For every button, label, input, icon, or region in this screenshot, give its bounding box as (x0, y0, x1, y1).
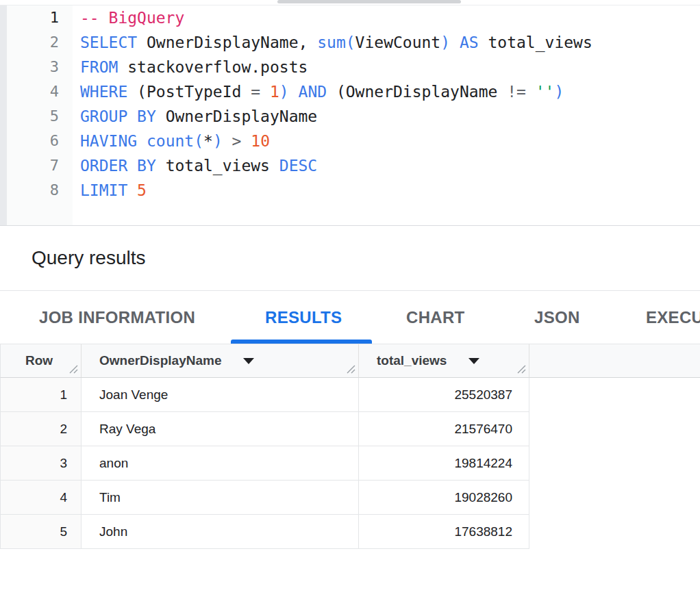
code-token-op: > (223, 132, 251, 150)
column-resize-handle[interactable] (346, 364, 356, 374)
code-line[interactable]: FROM stackoverflow.posts (80, 55, 700, 79)
code-line[interactable]: LIMIT 5 (80, 178, 700, 203)
code-token-kw: AND (289, 83, 327, 101)
editor-body: 12345678 -- BigQuerySELECT OwnerDisplayN… (0, 5, 700, 226)
editor-left-margin (0, 5, 7, 225)
code-token-id: stackoverflow.posts (118, 58, 308, 76)
code-line[interactable]: -- BigQuery (80, 5, 700, 30)
horizontal-scrollbar-thumb[interactable] (277, 0, 461, 3)
code-token-cm: -- BigQuery (80, 9, 184, 27)
code-line[interactable]: HAVING count(*) > 10 (80, 129, 700, 153)
tab-chart[interactable]: CHART (406, 291, 465, 344)
sort-dropdown-icon[interactable] (468, 358, 479, 364)
code-token-op: = (251, 83, 270, 101)
code-line[interactable]: WHERE (PostTypeId = 1) AND (OwnerDisplay… (80, 79, 700, 104)
tab-json[interactable]: JSON (534, 291, 580, 344)
code-token-kw: LIMIT (80, 181, 137, 199)
code-token-id: total_views (156, 157, 270, 175)
line-number: 6 (7, 129, 73, 153)
table-body: 1Joan Venge255203872Ray Vega215764703ano… (0, 378, 529, 549)
table-row: 3anon19814224 (1, 446, 529, 481)
code-token-kw: ) (554, 83, 564, 101)
code-line[interactable]: SELECT OwnerDisplayName, sum(ViewCount) … (80, 30, 700, 55)
code-token-num: 10 (251, 132, 270, 150)
owner-display-name-cell: Joan Venge (82, 378, 359, 411)
code-token-kw: DESC (270, 157, 317, 175)
code-line[interactable]: ORDER BY total_views DESC (80, 153, 700, 178)
row-number-cell: 1 (1, 378, 82, 411)
code-token-id: OwnerDisplayName (156, 107, 317, 125)
code-line[interactable]: GROUP BY OwnerDisplayName (80, 104, 700, 129)
query-results-header: Query results (0, 226, 700, 291)
row-number-cell: 3 (1, 446, 82, 480)
table-header-row: Row OwnerDisplayName total_views (0, 344, 700, 378)
line-number: 4 (7, 79, 73, 104)
tab-execution-details[interactable]: EXECUTION DETAILS (646, 291, 700, 344)
line-number: 5 (7, 104, 73, 129)
editor-top-strip (0, 0, 700, 5)
code-token-kw: ) AS (440, 34, 478, 51)
total-views-cell: 25520387 (359, 378, 529, 411)
code-token-kw: GROUP BY (80, 107, 156, 125)
active-tab-indicator (231, 340, 372, 344)
owner-display-name-cell: Ray Vega (82, 412, 359, 446)
line-number: 8 (7, 178, 73, 203)
code-token-kw: ) (213, 132, 223, 150)
bigquery-results-panel: 12345678 -- BigQuerySELECT OwnerDisplayN… (0, 0, 700, 601)
code-token-id: * (203, 132, 213, 150)
row-number-cell: 4 (1, 481, 82, 514)
code-editor[interactable]: -- BigQuerySELECT OwnerDisplayName, sum(… (73, 5, 700, 225)
table-row: 2Ray Vega21576470 (1, 412, 529, 446)
line-number: 2 (7, 30, 73, 55)
total-views-cell: 21576470 (359, 412, 529, 446)
sort-dropdown-icon[interactable] (243, 358, 254, 364)
code-token-kw: FROM (80, 58, 118, 76)
column-header-empty (529, 344, 700, 377)
column-header-ownerdisplayname: OwnerDisplayName (82, 344, 359, 377)
code-token-num: 5 (137, 181, 147, 199)
code-token-id: ViewCount (355, 34, 441, 51)
owner-display-name-cell: John (82, 515, 359, 548)
row-number-cell: 5 (1, 515, 82, 548)
column-resize-handle[interactable] (516, 364, 527, 374)
code-token-id: (PostTypeId (127, 83, 251, 101)
owner-display-name-cell: anon (82, 446, 359, 480)
total-views-cell: 19814224 (359, 446, 529, 480)
tab-results[interactable]: RESULTS (265, 291, 342, 344)
page-title: Query results (32, 247, 146, 269)
code-token-kw: ) (279, 83, 289, 101)
code-token-kw: count( (147, 132, 203, 150)
total-views-cell: 19028260 (359, 481, 529, 514)
column-resize-handle[interactable] (68, 364, 79, 374)
code-token-str: '' (536, 83, 555, 101)
code-token-kw: WHERE (80, 83, 127, 101)
table-row: 5John17638812 (1, 515, 529, 549)
results-table: Row OwnerDisplayName total_views (0, 344, 700, 549)
line-number: 7 (7, 153, 73, 178)
tab-job-information[interactable]: JOB INFORMATION (39, 291, 195, 344)
table-row: 1Joan Venge25520387 (1, 378, 529, 412)
code-token-kw: sum( (317, 34, 355, 51)
code-token-op: != (507, 83, 536, 101)
line-number: 1 (7, 5, 73, 30)
column-header-row: Row (1, 344, 82, 377)
code-token-id: total_views (479, 34, 592, 51)
line-number-gutter: 12345678 (7, 5, 73, 225)
code-token-kw: ORDER BY (80, 157, 156, 175)
row-number-cell: 2 (1, 412, 82, 446)
total-views-cell: 17638812 (359, 515, 529, 548)
sql-editor: 12345678 -- BigQuerySELECT OwnerDisplayN… (0, 0, 700, 226)
owner-display-name-cell: Tim (82, 481, 359, 514)
table-row: 4Tim19028260 (1, 481, 529, 515)
results-tabs: JOB INFORMATION RESULTS CHART JSON EXECU… (0, 291, 700, 344)
code-token-kw: HAVING (80, 132, 147, 150)
code-token-kw: SELECT (80, 34, 137, 51)
code-token-num: 1 (270, 83, 279, 101)
line-number: 3 (7, 55, 73, 79)
column-header-total-views: total_views (359, 344, 529, 377)
code-token-id: OwnerDisplayName, (137, 34, 317, 51)
code-token-id: (OwnerDisplayName (327, 83, 507, 101)
